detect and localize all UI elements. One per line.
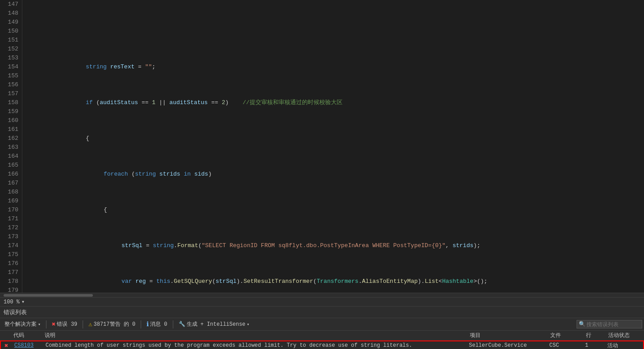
scope-label: 整个解决方案 bbox=[4, 320, 37, 328]
code-line-154: var reg = this.GetSQLQuery(strSql).SetRe… bbox=[27, 277, 644, 286]
info-filter-icon: ℹ bbox=[146, 320, 149, 328]
error-list-title: 错误列表 bbox=[4, 308, 27, 316]
error-count-label: 错误 39 bbox=[57, 320, 77, 328]
col-header-project[interactable]: 项目 bbox=[468, 332, 548, 339]
error-filter[interactable]: ✖ 错误 39 bbox=[49, 320, 80, 329]
code-line-153: strSql = string.Format("SELECT RegionID … bbox=[27, 241, 644, 250]
error-row-0-file: CSC bbox=[548, 342, 583, 349]
scope-selector[interactable]: 整个解决方案 ▾ bbox=[2, 320, 43, 329]
error-row-0-status: 活动 bbox=[606, 342, 641, 349]
col-header-status[interactable]: 活动状态 bbox=[606, 332, 642, 339]
warning-filter-icon: ⚠ bbox=[88, 320, 92, 328]
error-list-panel: 错误列表 整个解决方案 ▾ ✖ 错误 39 ⚠ 38717警告 的 0 ℹ 消息… bbox=[0, 306, 644, 349]
col-header-line[interactable]: 行 bbox=[584, 332, 606, 339]
warning-count-label: 38717警告 的 0 bbox=[94, 320, 136, 328]
error-table-header: 代码 说明 项目 文件 行 活动状态 bbox=[0, 331, 644, 341]
editor-area: 147 148 149 150 151 152 153 154 155 156 … bbox=[0, 0, 644, 293]
scope-dropdown-icon: ▾ bbox=[38, 322, 41, 327]
code-line-148: string resText = ""; bbox=[27, 63, 644, 71]
info-count-label: 消息 0 bbox=[150, 320, 167, 328]
error-row-0-line: 1 bbox=[583, 342, 606, 349]
build-dropdown-icon: ▾ bbox=[247, 322, 250, 327]
error-row-0-icon: ✖ bbox=[3, 342, 13, 349]
info-filter[interactable]: ℹ 消息 0 bbox=[144, 320, 170, 329]
code-line-147 bbox=[27, 27, 644, 36]
search-icon: 🔍 bbox=[579, 321, 585, 328]
error-list-header: 错误列表 bbox=[0, 307, 644, 318]
build-intellisense-label: 生成 + IntelliSense bbox=[187, 320, 246, 328]
code-line-152: { bbox=[27, 206, 644, 214]
error-search-box[interactable]: 🔍 bbox=[577, 320, 642, 328]
code-line-150: { bbox=[27, 134, 644, 143]
separator-1 bbox=[46, 320, 46, 328]
error-filter-icon: ✖ bbox=[52, 320, 55, 328]
error-search-input[interactable] bbox=[586, 321, 640, 328]
code-line-149: if (auditStatus == 1 || auditStatus == 2… bbox=[27, 98, 644, 107]
error-code-link-0[interactable]: CS8103 bbox=[14, 342, 33, 349]
code-content[interactable]: string resText = ""; if (auditStatus == … bbox=[22, 0, 644, 293]
col-header-description[interactable]: 说明 bbox=[43, 332, 468, 339]
separator-4 bbox=[173, 320, 173, 328]
zoom-bar: 100 % ▾ bbox=[0, 297, 644, 306]
line-numbers: 147 148 149 150 151 152 153 154 155 156 … bbox=[0, 0, 22, 293]
separator-2 bbox=[83, 320, 83, 328]
error-row-0-project: SellerCube.Service bbox=[467, 342, 548, 349]
build-filter[interactable]: 🔧 生成 + IntelliSense ▾ bbox=[176, 320, 252, 329]
error-list-toolbar: 整个解决方案 ▾ ✖ 错误 39 ⚠ 38717警告 的 0 ℹ 消息 0 🔧 … bbox=[0, 318, 644, 331]
col-header-file[interactable]: 文件 bbox=[548, 332, 584, 339]
code-line-151: foreach (string strids in sids) bbox=[27, 170, 644, 179]
error-row-0-code[interactable]: CS8103 bbox=[13, 342, 44, 349]
col-header-code[interactable]: 代码 bbox=[12, 332, 43, 339]
error-row-0[interactable]: ✖ CS8103 Combined length of user strings… bbox=[0, 341, 644, 349]
error-icon: ✖ bbox=[4, 342, 8, 349]
error-row-0-desc: Combined length of user strings used by … bbox=[44, 342, 467, 349]
build-label: 🔧 bbox=[179, 321, 185, 328]
separator-3 bbox=[141, 320, 141, 328]
zoom-level: 100 % bbox=[4, 299, 20, 305]
horizontal-scrollbar[interactable] bbox=[0, 293, 644, 297]
warning-filter[interactable]: ⚠ 38717警告 的 0 bbox=[86, 320, 138, 329]
